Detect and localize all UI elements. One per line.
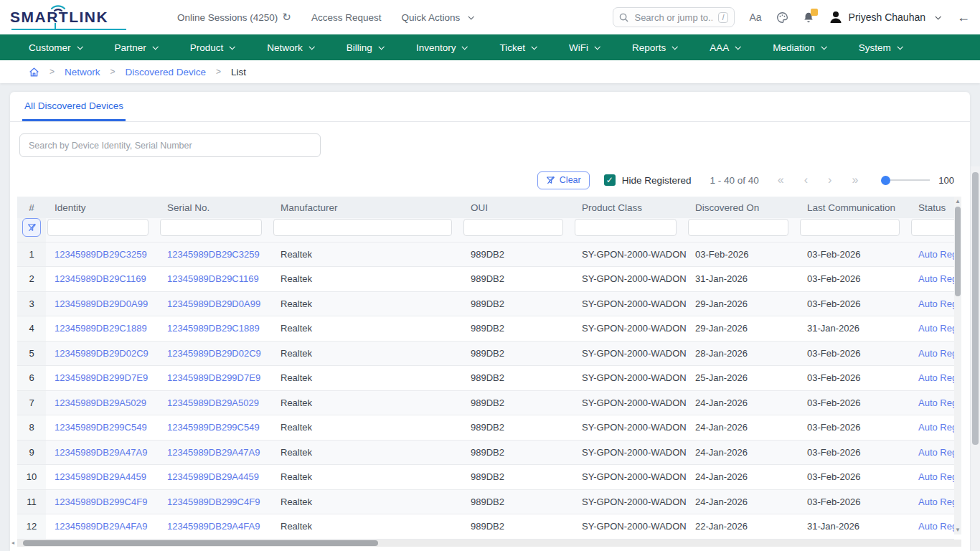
status-link[interactable]: Auto Regis (918, 422, 954, 433)
table-vertical-scrollbar[interactable]: ▲ ▼ (954, 197, 961, 534)
prev-page-button[interactable]: ‹ (804, 174, 808, 187)
identity-link[interactable]: 12345989DB299C4F9 (55, 496, 147, 507)
serial-link[interactable]: 12345989DB29C1889 (167, 323, 260, 334)
column-filter-input-status[interactable] (911, 219, 954, 236)
slider-handle[interactable] (881, 176, 890, 185)
identity-link[interactable]: 12345989DB29A4FA9 (55, 521, 147, 532)
scroll-up-arrow-icon[interactable]: ▲ (954, 198, 961, 204)
horizontal-scroll-thumb[interactable] (23, 540, 378, 546)
column-header-last-communication[interactable]: Last Communication (798, 197, 910, 218)
identity-link[interactable]: 12345989DB29C1169 (55, 273, 146, 284)
column-filter-input-product-class[interactable] (575, 219, 677, 236)
column-filter-input-serial-no-[interactable] (160, 219, 262, 236)
identity-link[interactable]: 12345989DB29C1889 (55, 323, 147, 334)
hide-registered-checkbox[interactable]: ✓ (604, 174, 616, 186)
column-header-manufacturer[interactable]: Manufacturer (272, 197, 462, 218)
nav-item-inventory[interactable]: Inventory (416, 42, 467, 53)
identity-link[interactable]: 12345989DB29A47A9 (55, 447, 147, 458)
scroll-down-arrow-icon[interactable]: ▼ (954, 527, 961, 533)
serial-link[interactable]: 12345989DB29D0A99 (167, 298, 260, 309)
nav-item-partner[interactable]: Partner (115, 42, 157, 53)
identity-link[interactable]: 12345989DB299D7E9 (55, 372, 148, 383)
status-link[interactable]: Auto Regis (918, 323, 954, 334)
window-scrollbar[interactable] (971, 166, 980, 551)
home-icon[interactable] (29, 67, 39, 77)
notifications-bell[interactable] (803, 11, 814, 24)
breadcrumb-link-network[interactable]: Network (65, 67, 100, 77)
column-header-product-class[interactable]: Product Class (573, 197, 687, 218)
collapse-arrow-icon[interactable]: ← (957, 10, 970, 25)
global-search-input[interactable]: Search or jump to... / (613, 7, 735, 27)
column-header-status[interactable]: Status (910, 197, 954, 218)
serial-link[interactable]: 12345989DB29A4459 (167, 471, 259, 482)
scroll-left-arrow-icon[interactable]: ◂ (11, 540, 14, 547)
quick-actions-menu[interactable]: Quick Actions (401, 12, 473, 23)
column-filter-input-last-communication[interactable] (800, 219, 900, 236)
serial-link[interactable]: 12345989DB29A47A9 (167, 447, 260, 458)
serial-link[interactable]: 12345989DB29D02C9 (167, 348, 261, 359)
identity-link[interactable]: 12345989DB29C3259 (55, 249, 147, 260)
nav-item-product[interactable]: Product (190, 42, 235, 53)
column-header-identity[interactable]: Identity (46, 197, 159, 218)
devices-table-viewport[interactable]: #IdentitySerial No.ManufacturerOUIProduc… (17, 197, 954, 540)
online-sessions[interactable]: Online Sessions (4250) ↻ (177, 11, 291, 24)
filter-off-button[interactable] (22, 218, 41, 237)
column-header-oui[interactable]: OUI (462, 197, 573, 218)
device-search-input[interactable] (19, 133, 321, 157)
serial-link[interactable]: 12345989DB29C1169 (167, 273, 259, 284)
slider-track[interactable] (890, 179, 930, 181)
identity-link[interactable]: 12345989DB29D02C9 (55, 348, 149, 359)
nav-item-customer[interactable]: Customer (29, 42, 82, 53)
status-link[interactable]: Auto Regis (918, 447, 954, 458)
nav-item-aaa[interactable]: AAA (710, 42, 740, 53)
column-header--[interactable]: # (17, 197, 46, 218)
identity-link[interactable]: 12345989DB29A4459 (55, 471, 146, 482)
status-link[interactable]: Auto Regis (918, 397, 954, 408)
serial-link[interactable]: 12345989DB299D7E9 (167, 372, 260, 383)
access-request-link[interactable]: Access Request (311, 12, 382, 23)
serial-link[interactable]: 12345989DB299C549 (167, 422, 260, 433)
serial-link[interactable]: 12345989DB29A4FA9 (167, 521, 260, 532)
nav-item-ticket[interactable]: Ticket (499, 42, 536, 53)
serial-link[interactable]: 12345989DB29A5029 (167, 397, 259, 408)
column-header-serial-no-[interactable]: Serial No. (159, 197, 272, 218)
table-horizontal-scrollbar[interactable]: ◂ (17, 540, 961, 547)
column-filter-input-identity[interactable] (47, 219, 149, 236)
nav-item-wifi[interactable]: WiFi (569, 42, 599, 53)
column-filter-input-discovered-on[interactable] (688, 219, 788, 236)
column-filter-input-manufacturer[interactable] (273, 219, 452, 236)
serial-link[interactable]: 12345989DB299C4F9 (167, 496, 260, 507)
smartlink-logo[interactable]: SMARTLINK (10, 3, 136, 32)
user-menu[interactable]: Priyesh Chauhan (829, 10, 940, 24)
serial-link[interactable]: 12345989DB29C3259 (167, 249, 260, 260)
column-header-discovered-on[interactable]: Discovered On (687, 197, 798, 218)
next-page-button[interactable]: › (828, 174, 831, 187)
status-link[interactable]: Auto Regis (918, 521, 954, 532)
font-size-toggle[interactable]: Aa (749, 11, 761, 23)
nav-item-network[interactable]: Network (267, 42, 314, 53)
identity-link[interactable]: 12345989DB29D0A99 (55, 298, 148, 309)
window-scroll-thumb[interactable] (972, 172, 979, 445)
vertical-scroll-thumb[interactable] (955, 207, 961, 296)
status-link[interactable]: Auto Regis (918, 372, 954, 383)
last-page-button[interactable]: » (852, 174, 858, 187)
status-link[interactable]: Auto Regis (918, 471, 954, 482)
identity-link[interactable]: 12345989DB29A5029 (55, 397, 146, 408)
clear-filters-button[interactable]: Clear (537, 171, 590, 189)
status-link[interactable]: Auto Regis (918, 496, 954, 507)
theme-palette-icon[interactable] (776, 11, 788, 24)
identity-link[interactable]: 12345989DB299C549 (55, 422, 147, 433)
nav-item-system[interactable]: System (859, 42, 902, 53)
status-link[interactable]: Auto Regis (918, 298, 954, 309)
tab-all-discovered-devices[interactable]: All Discovered Devices (22, 93, 126, 121)
first-page-button[interactable]: « (778, 174, 784, 187)
nav-item-reports[interactable]: Reports (632, 42, 677, 53)
status-link[interactable]: Auto Regis (918, 273, 954, 284)
nav-item-billing[interactable]: Billing (347, 42, 383, 53)
column-filter-input-oui[interactable] (463, 219, 563, 236)
breadcrumb-link-discovered-device[interactable]: Discovered Device (126, 67, 207, 77)
nav-item-mediation[interactable]: Mediation (773, 42, 826, 53)
status-link[interactable]: Auto Regis (918, 249, 954, 260)
status-link[interactable]: Auto Regis (918, 348, 954, 359)
refresh-icon[interactable]: ↻ (282, 11, 291, 24)
